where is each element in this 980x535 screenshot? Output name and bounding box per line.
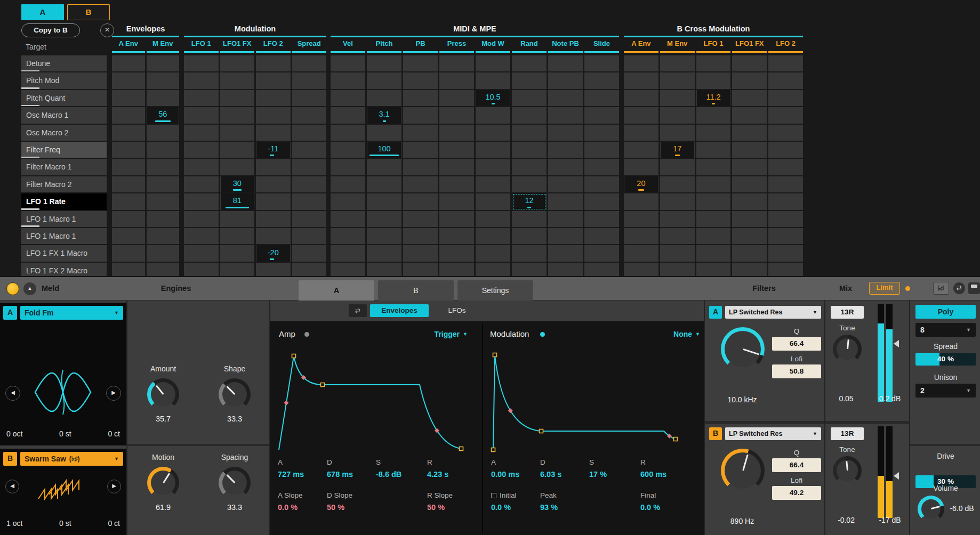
matrix-cell[interactable] <box>184 72 219 88</box>
matrix-cell[interactable] <box>476 125 510 141</box>
matrix-cell[interactable] <box>147 55 180 71</box>
matrix-cell[interactable] <box>367 72 401 88</box>
tab-b[interactable]: B <box>378 280 454 301</box>
engine-a-selector[interactable]: Fold Fm ▼ <box>20 306 123 320</box>
mix-b-mode[interactable]: 13R <box>831 427 864 440</box>
matrix-cell[interactable] <box>112 125 145 141</box>
matrix-cell[interactable] <box>768 245 803 261</box>
matrix-cell[interactable] <box>367 90 401 106</box>
matrix-cell[interactable] <box>292 72 327 88</box>
matrix-cell[interactable] <box>367 159 401 175</box>
matrix-cell[interactable] <box>292 211 327 227</box>
engine-a-st[interactable]: 0 st <box>59 429 71 438</box>
matrix-cell[interactable] <box>476 211 510 227</box>
volume-knob[interactable] <box>918 496 944 522</box>
filter-b-freq-value[interactable]: 890 Hz <box>713 517 771 525</box>
matrix-cell[interactable] <box>367 245 401 261</box>
mix-a-level-handle-icon[interactable] <box>894 340 899 347</box>
matrix-cell[interactable] <box>660 211 695 227</box>
matrix-cell[interactable] <box>548 72 583 88</box>
matrix-cell[interactable] <box>292 176 327 192</box>
matrix-cell[interactable] <box>624 142 658 158</box>
engine-a-oct[interactable]: 0 oct <box>6 429 22 438</box>
matrix-cell[interactable] <box>696 142 731 158</box>
matrix-row-label[interactable]: Filter Freq <box>21 142 107 158</box>
matrix-cell[interactable] <box>732 245 767 261</box>
engine-b-selector[interactable]: Swarm Saw (♭♯) ▼ <box>20 452 123 466</box>
matrix-cell-value[interactable]: 10.5 <box>476 90 510 106</box>
matrix-cell[interactable] <box>220 125 255 141</box>
matrix-cell[interactable] <box>476 228 510 244</box>
matrix-cell[interactable] <box>256 125 291 141</box>
volume-value[interactable]: -6.0 dB <box>944 504 979 513</box>
engine-a-ct[interactable]: 0 ct <box>108 429 120 438</box>
filter-b-q-value[interactable]: 66.4 <box>772 458 821 472</box>
matrix-cell[interactable] <box>112 176 145 192</box>
matrix-cell[interactable] <box>732 90 767 106</box>
matrix-cell[interactable] <box>403 142 438 158</box>
matrix-cell[interactable] <box>512 159 547 175</box>
matrix-cell[interactable] <box>768 176 803 192</box>
matrix-cell[interactable] <box>439 90 474 106</box>
matrix-cell[interactable] <box>112 159 145 175</box>
matrix-cell[interactable] <box>147 90 180 106</box>
matrix-cell[interactable] <box>256 193 291 209</box>
matrix-cell[interactable] <box>220 72 255 88</box>
matrix-cell[interactable] <box>584 228 619 244</box>
matrix-cell[interactable] <box>184 142 219 158</box>
matrix-cell[interactable] <box>292 55 327 71</box>
matrix-cell-value[interactable]: 3.1 <box>367 107 401 123</box>
mix-b-level-value[interactable]: -17 dB <box>871 516 909 524</box>
matrix-cell[interactable] <box>768 125 803 141</box>
param-value[interactable]: 6.03 s <box>540 470 589 479</box>
matrix-cell[interactable] <box>696 193 731 209</box>
amp-env-mode-dropdown[interactable]: Trigger▼ <box>404 328 468 340</box>
matrix-cell[interactable] <box>184 55 219 71</box>
param-value[interactable]: 4.23 s <box>427 470 472 479</box>
spacing-knob[interactable] <box>219 467 251 499</box>
matrix-cell[interactable] <box>624 263 658 276</box>
matrix-cell[interactable] <box>768 193 803 209</box>
filter-a-lofi-value[interactable]: 50.8 <box>772 364 821 378</box>
engine-a-next-icon[interactable]: ▶ <box>106 386 121 401</box>
matrix-cell[interactable] <box>660 107 695 123</box>
matrix-cell[interactable] <box>548 159 583 175</box>
matrix-cell[interactable] <box>331 211 365 227</box>
matrix-cell-value[interactable]: 17 <box>661 142 694 158</box>
fold-device-icon[interactable]: ▲ <box>23 282 36 295</box>
matrix-cell[interactable] <box>220 159 255 175</box>
matrix-cell[interactable] <box>624 193 658 209</box>
param-value[interactable]: 727 ms <box>278 470 327 479</box>
matrix-cell[interactable] <box>367 193 401 209</box>
matrix-cell[interactable] <box>660 90 695 106</box>
device-activator-icon[interactable] <box>6 282 19 295</box>
matrix-cell[interactable] <box>439 142 474 158</box>
filter-b-lofi-value[interactable]: 49.2 <box>772 486 821 500</box>
matrix-cell[interactable] <box>367 125 401 141</box>
matrix-cell[interactable] <box>367 228 401 244</box>
matrix-cell[interactable] <box>367 176 401 192</box>
save-preset-icon[interactable] <box>968 282 980 294</box>
unison-dropdown[interactable]: 2▼ <box>915 384 976 398</box>
env-link-icon[interactable]: ⇄ <box>349 304 367 317</box>
matrix-cell[interactable] <box>256 90 291 106</box>
matrix-cell[interactable] <box>768 72 803 88</box>
param-value[interactable]: 0.0 % <box>278 503 327 512</box>
mix-a-mode[interactable]: 13R <box>831 306 864 319</box>
matrix-cell[interactable] <box>476 107 510 123</box>
matrix-cell[interactable] <box>220 245 255 261</box>
mod-envelope-graph[interactable] <box>488 342 693 455</box>
matrix-cell[interactable] <box>624 228 658 244</box>
param-value[interactable]: 0.0 % <box>640 503 686 512</box>
matrix-cell[interactable] <box>331 176 365 192</box>
matrix-cell[interactable] <box>476 245 510 261</box>
matrix-cell[interactable] <box>439 176 474 192</box>
amp-env-dot-icon[interactable] <box>304 332 309 337</box>
scale-icon[interactable]: ♭♯ <box>933 282 949 295</box>
matrix-cell[interactable] <box>548 228 583 244</box>
matrix-cell[interactable] <box>768 159 803 175</box>
matrix-cell[interactable] <box>403 107 438 123</box>
matrix-cell[interactable] <box>403 125 438 141</box>
matrix-cell[interactable] <box>439 263 474 276</box>
matrix-row-label[interactable]: Detune <box>21 55 107 71</box>
